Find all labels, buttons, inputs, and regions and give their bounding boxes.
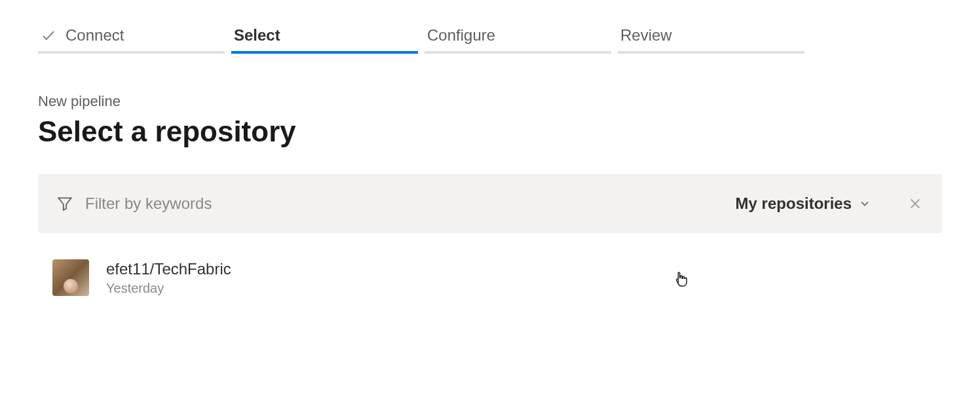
repo-list: efet11/TechFabric Yesterday <box>38 246 942 309</box>
page-header: New pipeline Select a repository <box>38 93 942 148</box>
step-configure[interactable]: Configure <box>424 20 611 54</box>
pipeline-stepper: Connect Select Configure Review <box>38 20 942 54</box>
repo-scope-dropdown[interactable]: My repositories <box>730 194 876 213</box>
funnel-icon <box>56 195 73 212</box>
step-select[interactable]: Select <box>231 20 418 54</box>
page-subtitle: New pipeline <box>38 93 942 110</box>
repo-updated: Yesterday <box>106 281 231 296</box>
repo-item[interactable]: efet11/TechFabric Yesterday <box>38 246 942 309</box>
dropdown-label: My repositories <box>736 194 852 213</box>
repo-meta: efet11/TechFabric Yesterday <box>106 260 231 296</box>
step-connect[interactable]: Connect <box>38 20 225 54</box>
step-label: Select <box>234 26 280 45</box>
chevron-down-icon <box>858 197 871 210</box>
step-label: Review <box>620 26 672 45</box>
page-title: Select a repository <box>38 115 942 148</box>
filter-input[interactable] <box>85 194 719 213</box>
avatar <box>52 259 89 296</box>
pointer-cursor-icon <box>672 266 692 289</box>
close-icon[interactable] <box>908 196 924 212</box>
step-label: Connect <box>66 26 124 45</box>
filter-bar: My repositories <box>38 174 942 233</box>
check-icon <box>41 28 56 43</box>
step-review[interactable]: Review <box>618 20 804 54</box>
step-label: Configure <box>427 26 495 45</box>
repo-name: efet11/TechFabric <box>106 260 231 278</box>
